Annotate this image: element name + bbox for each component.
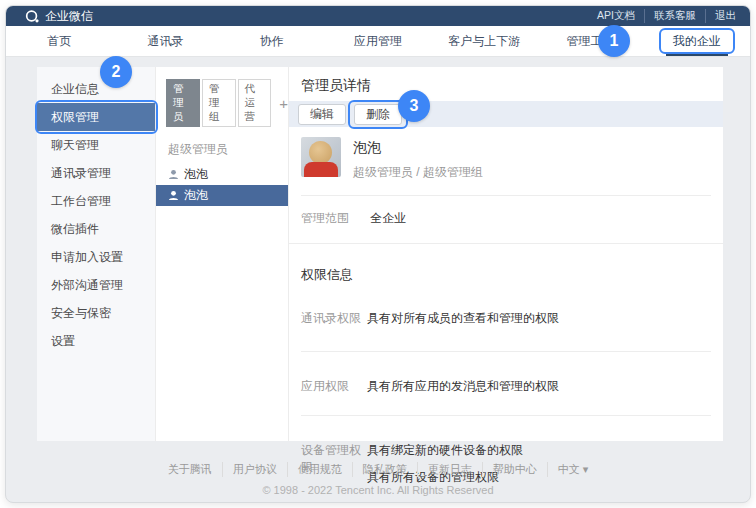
admin-name: 泡泡	[184, 187, 208, 204]
permissions-heading: 权限信息	[301, 266, 711, 284]
scope-label: 管理范围	[301, 210, 367, 227]
permission-row-contacts: 通讯录权限 具有对所有成员的查看和管理的权限	[301, 310, 711, 352]
sidebar-item-company-info[interactable]: 企业信息	[37, 75, 155, 103]
sidebar-item-permission-label: 权限管理	[51, 110, 99, 124]
footer-link-privacy[interactable]: 隐私政策	[353, 462, 418, 477]
admin-group-label: 超级管理员	[168, 141, 288, 158]
main-nav: 首页 通讯录 协作 应用管理 客户与上下游 管理工具 我的企业	[6, 26, 750, 57]
app-window: 企业微信 API文档 联系客服 退出 首页 通讯录 协作 应用管理 客户与上下游…	[5, 5, 751, 503]
person-icon	[168, 190, 179, 201]
sidebar-item-workbench-management[interactable]: 工作台管理	[37, 187, 155, 215]
api-docs-link[interactable]: API文档	[588, 9, 645, 23]
logout-link[interactable]: 退出	[706, 9, 736, 23]
settings-panel: 企业信息 权限管理 聊天管理 通讯录管理 工作台管理 微信插件 申请加入设置 外…	[37, 67, 723, 441]
brand-name: 企业微信	[45, 8, 93, 25]
admin-role: 超级管理员 / 超级管理组	[353, 164, 483, 181]
permission-value: 具有所有应用的发消息和管理的权限	[367, 378, 559, 395]
profile-text: 泡泡 超级管理员 / 超级管理组	[353, 137, 483, 181]
sidebar-item-join-settings[interactable]: 申请加入设置	[37, 243, 155, 271]
nav-contacts[interactable]: 通讯录	[112, 26, 218, 56]
page-title: 管理员详情	[301, 75, 723, 95]
sidebar-item-settings[interactable]: 设置	[37, 327, 155, 355]
admin-detail: 管理员详情 编辑 删除 泡泡 超级管理员 / 超级管理组	[289, 67, 723, 441]
contact-support-link[interactable]: 联系客服	[645, 9, 706, 23]
footer-links: 关于腾讯 用户协议 使用规范 隐私政策 更新日志 帮助中心 中文 ▾	[158, 462, 599, 477]
nav-my-company-label: 我的企业	[673, 34, 721, 48]
nav-home[interactable]: 首页	[6, 26, 112, 56]
sidebar-item-contacts-management[interactable]: 通讯录管理	[37, 159, 155, 187]
admin-list-item[interactable]: 泡泡	[156, 164, 288, 185]
sidebar-item-permission-management[interactable]: 权限管理	[37, 103, 155, 131]
admin-display-name: 泡泡	[353, 139, 483, 157]
permission-label: 通讯录权限	[301, 310, 367, 327]
settings-sidebar: 企业信息 权限管理 聊天管理 通讯录管理 工作台管理 微信插件 申请加入设置 外…	[37, 67, 156, 441]
screenshot-stage: 企业微信 API文档 联系客服 退出 首页 通讯录 协作 应用管理 客户与上下游…	[0, 0, 756, 508]
scope-value: 全企业	[370, 211, 406, 225]
footer-link-about[interactable]: 关于腾讯	[158, 462, 223, 477]
sidebar-item-security[interactable]: 安全与保密	[37, 299, 155, 327]
admin-profile: 泡泡 超级管理员 / 超级管理组	[301, 137, 711, 196]
avatar-plush-body	[304, 162, 338, 177]
tab-administrators[interactable]: 管理员	[166, 79, 200, 127]
footer-link-usage-rules[interactable]: 使用规范	[288, 462, 353, 477]
edit-button[interactable]: 编辑	[298, 104, 346, 125]
permission-row-apps: 应用权限 具有所有应用的发消息和管理的权限	[301, 378, 711, 416]
avatar	[301, 137, 341, 177]
footer-link-changelog[interactable]: 更新日志	[418, 462, 483, 477]
top-links: API文档 联系客服 退出	[588, 9, 736, 23]
footer-link-user-agreement[interactable]: 用户协议	[223, 462, 288, 477]
permission-value: 具有绑定新的硬件设备的权限	[367, 442, 523, 459]
delete-button[interactable]: 删除	[354, 104, 402, 125]
footer-link-help-center[interactable]: 帮助中心	[483, 462, 548, 477]
nav-my-company[interactable]: 我的企业	[644, 26, 750, 56]
nav-app-management[interactable]: 应用管理	[325, 26, 431, 56]
nav-admin-tools[interactable]: 管理工具	[537, 26, 643, 56]
admin-list-item-selected[interactable]: 泡泡	[156, 185, 288, 206]
top-bar: 企业微信 API文档 联系客服 退出	[6, 6, 750, 26]
admin-list: 泡泡 泡泡	[156, 164, 288, 206]
admin-tabs: 管理员 管理组 代运营 +	[166, 79, 288, 127]
admin-list-column: 管理员 管理组 代运营 + 超级管理员 泡泡	[156, 67, 289, 441]
nav-collaboration[interactable]: 协作	[219, 26, 325, 56]
page-body: 企业信息 权限管理 聊天管理 通讯录管理 工作台管理 微信插件 申请加入设置 外…	[6, 67, 750, 496]
tab-admin-groups[interactable]: 管理组	[202, 79, 236, 127]
wecom-logo-icon	[25, 9, 40, 24]
sidebar-item-wechat-plugin[interactable]: 微信插件	[37, 215, 155, 243]
person-icon	[168, 169, 179, 180]
permission-label: 应用权限	[301, 378, 367, 395]
scope-row: 管理范围 全企业	[289, 196, 723, 244]
avatar-plush-head	[309, 141, 332, 164]
footer-language-selector[interactable]: 中文 ▾	[548, 462, 599, 477]
brand: 企业微信	[25, 8, 93, 25]
permission-value: 具有对所有成员的查看和管理的权限	[367, 310, 559, 327]
nav-customers[interactable]: 客户与上下游	[431, 26, 537, 56]
tab-agent-operations[interactable]: 代运营	[238, 79, 272, 127]
detail-toolbar: 编辑 删除	[289, 101, 723, 127]
admin-name: 泡泡	[184, 166, 208, 183]
add-admin-icon[interactable]: +	[279, 96, 288, 111]
sidebar-item-chat-management[interactable]: 聊天管理	[37, 131, 155, 159]
sidebar-item-external-communication[interactable]: 外部沟通管理	[37, 271, 155, 299]
